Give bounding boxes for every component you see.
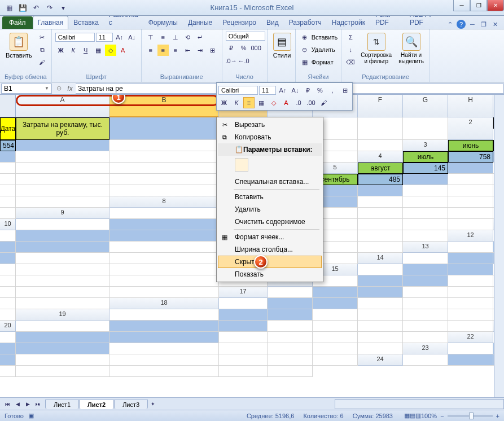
name-box-dropdown-icon[interactable]: ▼ (45, 86, 49, 91)
cell-A1[interactable]: Дата (0, 117, 16, 140)
cell-G7[interactable] (0, 196, 16, 208)
delete-cells-icon[interactable]: ⊖ (299, 44, 310, 55)
cell-G10[interactable] (403, 219, 448, 230)
insert-cells-label[interactable]: Вставить (312, 34, 338, 41)
row-header-13[interactable]: 13 (403, 242, 448, 253)
cell-D14[interactable] (0, 264, 16, 275)
sort-filter-button[interactable]: ⇅ Сортировка и фильтр (358, 32, 394, 65)
row-header-10[interactable]: 10 (0, 219, 16, 230)
sheet-nav-prev-icon[interactable]: ◀ (12, 399, 23, 409)
cell-G21[interactable] (358, 332, 403, 343)
cell-C19[interactable] (268, 309, 313, 321)
cut-icon[interactable]: ✂ (37, 32, 48, 43)
cell-E17[interactable] (448, 287, 493, 298)
cell-D20[interactable] (268, 321, 313, 332)
cell-A4[interactable]: июль (403, 151, 448, 163)
mini-incdec-icon[interactable]: .0 (293, 97, 304, 108)
cell-E13[interactable] (109, 253, 219, 264)
cell-E3[interactable] (109, 151, 219, 163)
cell-E7[interactable] (448, 185, 493, 196)
cell-D22[interactable] (109, 343, 219, 354)
row-header-2[interactable]: 2 (448, 117, 493, 140)
cell-D24[interactable] (0, 366, 16, 377)
ctx-paste-special[interactable]: Специальная вставка... (218, 176, 322, 188)
name-box-expand-icon[interactable]: ⊙ (53, 83, 64, 94)
mini-painter-icon[interactable]: 🖌 (318, 97, 329, 108)
cell-A13[interactable] (448, 242, 493, 253)
cell-C12[interactable] (16, 242, 109, 253)
cell-D3[interactable] (16, 151, 109, 163)
view-layout-icon[interactable]: ▤ (410, 412, 415, 419)
minimize-button[interactable]: ─ (453, 0, 470, 11)
sheet-nav-first-icon[interactable]: ⏮ (2, 399, 12, 409)
mini-bold-icon[interactable]: Ж (218, 97, 230, 108)
ctx-cut[interactable]: ✂Вырезать (218, 119, 322, 131)
cell-A19[interactable] (109, 309, 219, 321)
cell-G19[interactable] (448, 309, 493, 321)
cell-G11[interactable] (358, 230, 403, 242)
cell-F16[interactable] (0, 287, 16, 298)
tab-review[interactable]: Рецензиро (217, 16, 261, 29)
copy-icon[interactable]: ⧉ (37, 44, 48, 55)
cell-H22[interactable] (358, 343, 403, 354)
font-color-icon[interactable]: A (117, 45, 129, 56)
cell-H17[interactable] (16, 298, 109, 309)
cell-G1[interactable] (358, 117, 403, 140)
cell-F18[interactable] (448, 298, 493, 309)
row-header-18[interactable]: 18 (109, 298, 219, 309)
name-box[interactable]: B1 ▼ (1, 84, 52, 94)
cell-A11[interactable] (0, 230, 16, 242)
cell-A18[interactable] (219, 298, 268, 309)
doc-restore-icon[interactable]: ❐ (479, 20, 488, 29)
cell-C16[interactable] (403, 275, 448, 287)
column-header-H[interactable]: H (448, 95, 493, 117)
underline-icon[interactable]: Ч (80, 45, 91, 56)
cell-C13[interactable] (0, 253, 16, 264)
cell-C22[interactable] (16, 343, 109, 354)
row-header-3[interactable]: 3 (403, 140, 448, 151)
cell-H24[interactable] (268, 366, 313, 377)
sheet-tab-3[interactable]: Лист3 (114, 400, 148, 409)
cell-A21[interactable] (0, 332, 16, 343)
column-header-F[interactable]: F (358, 95, 403, 117)
row-header-20[interactable]: 20 (0, 321, 16, 332)
cell-F24[interactable] (109, 366, 219, 377)
align-middle-icon[interactable]: ≡ (157, 32, 169, 43)
cell-D7[interactable] (403, 185, 448, 196)
cell-A23[interactable] (448, 343, 493, 354)
border-icon[interactable]: ▦ (93, 45, 104, 56)
mini-comma-icon[interactable]: , (327, 85, 338, 96)
mini-currency-icon[interactable]: ₽ (302, 85, 313, 96)
cell-E14[interactable] (16, 264, 109, 275)
cell-F19[interactable] (403, 309, 448, 321)
align-top-icon[interactable]: ⊤ (145, 32, 156, 43)
orientation-icon[interactable]: ⟲ (182, 32, 194, 43)
clear-icon[interactable]: ⌫ (345, 56, 356, 68)
cell-B21[interactable] (16, 332, 109, 343)
currency-icon[interactable]: ₽ (226, 42, 237, 54)
cell-E8[interactable] (403, 196, 448, 208)
tab-view[interactable]: Вид (261, 16, 284, 29)
cell-C5[interactable] (448, 163, 493, 174)
column-header-B[interactable]: B (109, 95, 219, 117)
cell-G5[interactable] (109, 174, 219, 185)
cell-G16[interactable] (16, 287, 109, 298)
cell-D4[interactable] (0, 163, 16, 174)
cell-H16[interactable] (109, 287, 219, 298)
mini-border-icon[interactable]: ▦ (256, 97, 267, 108)
cell-H6[interactable] (109, 185, 219, 196)
cell-G15[interactable] (109, 275, 219, 287)
cell-F15[interactable] (16, 275, 109, 287)
cell-D8[interactable] (358, 196, 403, 208)
doc-close-icon[interactable]: ✕ (490, 20, 499, 29)
cell-C1[interactable] (109, 117, 219, 140)
new-sheet-icon[interactable]: ✦ (148, 399, 158, 409)
font-size-select[interactable]: 11 (96, 33, 113, 42)
cell-C21[interactable] (109, 332, 219, 343)
mini-font-select[interactable]: Calibri (218, 86, 258, 95)
find-button[interactable]: 🔍 Найти и выделить (396, 32, 426, 65)
cell-A3[interactable]: июнь (448, 140, 493, 151)
cell-B2[interactable]: 554 (0, 140, 16, 151)
mini-grow-icon[interactable]: A↑ (277, 85, 288, 96)
tab-home[interactable]: Главная (33, 16, 69, 29)
